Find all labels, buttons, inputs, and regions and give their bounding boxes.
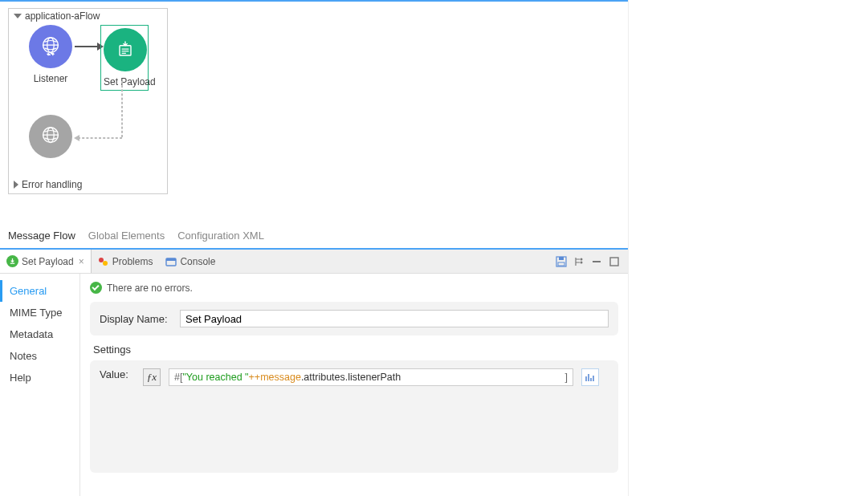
flow-body: Listener — [9, 23, 167, 176]
response-node[interactable] — [26, 115, 75, 158]
svg-point-11 — [99, 258, 104, 262]
edit-expression-button[interactable] — [581, 368, 599, 386]
svg-rect-17 — [558, 262, 564, 266]
panel-body: General MIME Type Metadata Notes Help Th… — [0, 274, 628, 496]
svg-point-21 — [581, 258, 583, 260]
tab-global-elements[interactable]: Global Elements — [88, 230, 165, 242]
panel-tab-problems[interactable]: Problems — [92, 250, 160, 273]
settings-heading: Settings — [93, 344, 618, 356]
svg-point-12 — [103, 261, 108, 266]
value-expression-input[interactable]: #[ "You reached " ++ message .attributes… — [169, 368, 573, 386]
error-handling-label: Error handling — [22, 179, 82, 190]
svg-point-22 — [581, 261, 583, 263]
tab-message-flow[interactable]: Message Flow — [8, 230, 75, 242]
globe-icon — [39, 124, 63, 148]
sidebar-item-general[interactable]: General — [0, 280, 79, 302]
sidebar-item-mime[interactable]: MIME Type — [0, 302, 79, 323]
document-download-icon — [114, 39, 137, 61]
close-icon[interactable]: × — [79, 256, 84, 267]
expr-close: ] — [565, 372, 568, 383]
display-name-input[interactable] — [180, 310, 609, 327]
listener-label: Listener — [26, 73, 75, 84]
set-payload-tab-icon — [6, 255, 18, 267]
tree-icon[interactable] — [573, 256, 585, 267]
panel-tab-console[interactable]: Console — [159, 250, 222, 273]
panel-tab-set-payload-label: Set Payload — [22, 256, 74, 267]
expr-open: #[ — [174, 372, 182, 383]
maximize-icon[interactable] — [609, 256, 620, 267]
check-icon — [90, 282, 102, 294]
expand-icon — [14, 181, 18, 189]
flow-name: application-aFlow — [25, 10, 100, 22]
chart-icon — [585, 372, 596, 383]
svg-rect-16 — [559, 257, 564, 260]
display-name-label: Display Name: — [100, 313, 172, 325]
panel-tab-bar: Set Payload × Problems Console — [0, 250, 628, 274]
display-name-row: Display Name: — [90, 302, 618, 335]
panel-tab-problems-label: Problems — [112, 256, 153, 267]
globe-icon — [39, 35, 63, 59]
set-payload-label: Set Payload — [104, 76, 145, 87]
flow-header[interactable]: application-aFlow — [9, 9, 167, 23]
panel-tab-set-payload[interactable]: Set Payload × — [0, 250, 92, 273]
panel-tab-console-label: Console — [180, 256, 215, 267]
status-text: There are no errors. — [107, 283, 193, 294]
set-payload-node[interactable]: Set Payload — [100, 25, 149, 91]
svg-rect-24 — [610, 258, 618, 266]
status-bar: There are no errors. — [90, 282, 618, 294]
console-icon — [165, 256, 177, 267]
expr-string: "You reached " — [182, 372, 248, 383]
expr-concat: ++ — [249, 372, 261, 383]
problems-icon — [98, 256, 109, 267]
value-label: Value: — [100, 368, 135, 380]
value-row: Value: ƒx #[ "You reached " ++ message .… — [90, 360, 618, 473]
app-root: application-aFlow — [0, 0, 629, 496]
properties-panel: Set Payload × Problems Console — [0, 248, 628, 496]
collapse-icon — [14, 14, 22, 18]
flow-container[interactable]: application-aFlow — [8, 8, 168, 194]
tab-configuration-xml[interactable]: Configuration XML — [177, 230, 264, 242]
flow-canvas: application-aFlow — [0, 0, 628, 228]
flow-arrow — [75, 46, 99, 47]
save-icon[interactable] — [556, 256, 567, 267]
expr-rest: .attributes.listenerPath — [301, 372, 401, 383]
minimize-icon[interactable] — [591, 256, 602, 267]
sidebar-item-help[interactable]: Help — [0, 367, 79, 388]
sidebar-item-metadata[interactable]: Metadata — [0, 323, 79, 345]
fx-toggle-button[interactable]: ƒx — [143, 368, 161, 386]
svg-rect-3 — [120, 46, 131, 55]
svg-rect-23 — [593, 261, 601, 262]
listener-node[interactable]: Listener — [26, 25, 75, 84]
properties-content: There are no errors. Display Name: Setti… — [80, 274, 628, 496]
expr-ident: message — [260, 372, 301, 383]
dashed-connector-v — [121, 81, 123, 137]
properties-sidebar: General MIME Type Metadata Notes Help — [0, 274, 80, 496]
error-handling-section[interactable]: Error handling — [9, 176, 167, 193]
sidebar-item-notes[interactable]: Notes — [0, 345, 79, 367]
dashed-connector-h — [78, 137, 122, 139]
editor-tabs: Message Flow Global Elements Configurati… — [0, 228, 628, 248]
svg-rect-14 — [166, 258, 176, 261]
